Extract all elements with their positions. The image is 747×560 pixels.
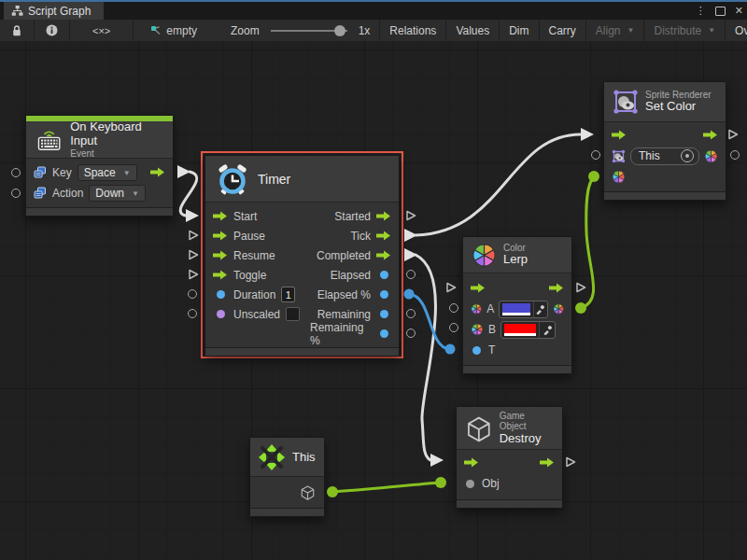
values-button[interactable]: Values — [446, 20, 500, 41]
lerp-a-ext-port[interactable] — [449, 303, 458, 313]
chevron-down-icon: ▼ — [708, 26, 715, 35]
color-a-field[interactable] — [499, 301, 547, 318]
flow-input-port[interactable] — [612, 127, 627, 144]
relations-button[interactable]: Relations — [380, 20, 446, 41]
action-dropdown[interactable]: Down ▼ — [89, 185, 146, 202]
timer-duration-ext-port[interactable] — [188, 289, 197, 299]
keyboard-key-ext-port[interactable] — [11, 168, 21, 177]
value-port-dot[interactable] — [217, 290, 225, 299]
eyedropper-icon[interactable] — [539, 322, 555, 338]
flow-output-port[interactable] — [703, 127, 718, 144]
color-input-port[interactable] — [612, 170, 626, 184]
node-footer — [26, 207, 173, 216]
close-icon[interactable]: ✕ — [735, 3, 743, 19]
node-timer[interactable]: Timer Start Pause Resume Toggle — [204, 155, 400, 357]
node-footer — [604, 191, 726, 200]
timer-toggle-ext-port[interactable] — [188, 269, 199, 280]
tab-script-graph[interactable]: Script Graph — [4, 2, 104, 20]
node-color-lerp[interactable]: Color Lerp — [462, 236, 572, 374]
lerp-b-ext-port[interactable] — [449, 323, 458, 332]
object-picker-icon[interactable] — [681, 149, 694, 162]
eyedropper-icon[interactable] — [533, 301, 547, 317]
node-destroy[interactable]: Game Object Destroy Obj — [456, 406, 563, 509]
port-resume[interactable]: Resume — [205, 245, 303, 265]
port-elapsed-pct[interactable]: Elapsed % — [303, 285, 399, 304]
timer-pause-ext-port[interactable] — [188, 230, 199, 241]
distribute-button[interactable]: Distribute ▼ — [644, 20, 726, 41]
flow-input-port[interactable] — [471, 280, 486, 297]
keyboard-action-ext-port[interactable] — [11, 189, 21, 198]
port-color-input — [604, 166, 726, 187]
tab-bar: Script Graph ⋮ ✕ — [0, 2, 747, 20]
duration-input[interactable] — [281, 287, 295, 302]
port-remaining-pct[interactable]: Remaining % — [303, 324, 399, 343]
value-port-dot[interactable] — [472, 346, 481, 355]
align-button[interactable]: Align ▼ — [586, 20, 645, 41]
node-title: On Keyboard Input — [70, 120, 163, 148]
value-port-dot[interactable] — [380, 290, 388, 299]
timer-remaining-pct-ext-port[interactable] — [406, 329, 416, 338]
color-b-field[interactable] — [500, 321, 556, 339]
lock-button[interactable] — [0, 20, 35, 41]
color-output-port[interactable] — [704, 149, 718, 163]
node-footer — [205, 347, 399, 356]
color-result-port[interactable] — [553, 302, 564, 315]
maximize-icon[interactable] — [715, 7, 726, 16]
info-button[interactable] — [35, 20, 70, 41]
overview-button[interactable]: Overview — [726, 20, 747, 41]
dim-button[interactable]: Dim — [500, 20, 539, 41]
value-port-dot[interactable] — [380, 329, 388, 338]
flow-output-port[interactable] — [540, 455, 555, 471]
unscaled-checkbox[interactable] — [286, 307, 300, 321]
game-object-output-port[interactable] — [300, 484, 316, 500]
setcolor-flow-out-ext-port[interactable] — [727, 129, 739, 140]
flow-output-port[interactable] — [549, 280, 564, 297]
timer-remaining-ext-port[interactable] — [406, 309, 416, 318]
color-port-icon[interactable] — [471, 323, 484, 336]
port-tick[interactable]: Tick — [303, 226, 399, 245]
graph-reference[interactable]: empty — [134, 20, 206, 41]
carry-button[interactable]: Carry — [540, 20, 586, 41]
game-object-icon — [465, 414, 493, 442]
port-start[interactable]: Start — [205, 206, 303, 226]
lerp-flow-out-ext-port[interactable] — [575, 282, 586, 293]
timer-started-ext-port[interactable] — [405, 210, 416, 221]
setcolor-target-ext-port[interactable] — [591, 150, 600, 160]
port-obj[interactable]: Obj — [457, 473, 562, 494]
node-this[interactable]: This — [249, 437, 325, 517]
graph-toolbar: <×> empty Zoom 1x Relations Values Dim C… — [0, 20, 747, 42]
node-set-color[interactable]: Sprite Renderer Set Color — [603, 81, 726, 201]
zoom-slider-knob[interactable] — [334, 25, 345, 36]
destroy-flow-out-ext-port[interactable] — [565, 456, 576, 468]
graph-icon — [11, 5, 23, 17]
action-port-label: Action — [52, 187, 83, 200]
setcolor-color-out-ext-port[interactable] — [730, 150, 740, 160]
port-pause[interactable]: Pause — [205, 226, 303, 245]
port-completed[interactable]: Completed — [303, 245, 399, 265]
value-port-dot[interactable] — [380, 310, 388, 318]
node-on-keyboard-input[interactable]: On Keyboard Input Event Key Space ▼ — [25, 115, 174, 217]
target-object-field[interactable]: This — [630, 147, 699, 165]
value-port-dot[interactable] — [217, 310, 225, 318]
port-elapsed[interactable]: Elapsed — [303, 265, 399, 285]
value-port-dot[interactable] — [466, 480, 474, 488]
flow-input-port[interactable] — [464, 455, 479, 471]
zoom-label: Zoom — [231, 24, 260, 37]
zoom-slider[interactable] — [271, 30, 347, 32]
timer-resume-ext-port[interactable] — [188, 249, 199, 260]
port-started[interactable]: Started — [303, 206, 399, 226]
timer-elapsed-ext-port[interactable] — [406, 270, 416, 279]
window-menu-icon[interactable]: ⋮ — [696, 3, 706, 19]
wildcard-button[interactable]: <×> — [70, 20, 134, 41]
timer-unscaled-ext-port[interactable] — [188, 309, 197, 318]
port-toggle[interactable]: Toggle — [205, 265, 303, 285]
port-t[interactable]: T — [463, 340, 571, 360]
timer-icon — [215, 161, 250, 197]
flow-row — [457, 453, 562, 473]
key-dropdown[interactable]: Space ▼ — [78, 164, 137, 181]
lerp-flow-in-ext-port[interactable] — [445, 282, 457, 293]
wildcard-icon: <×> — [92, 25, 110, 36]
color-port-icon[interactable] — [471, 302, 482, 315]
value-port-dot[interactable] — [380, 271, 388, 279]
trigger-output-port[interactable] — [150, 164, 165, 181]
